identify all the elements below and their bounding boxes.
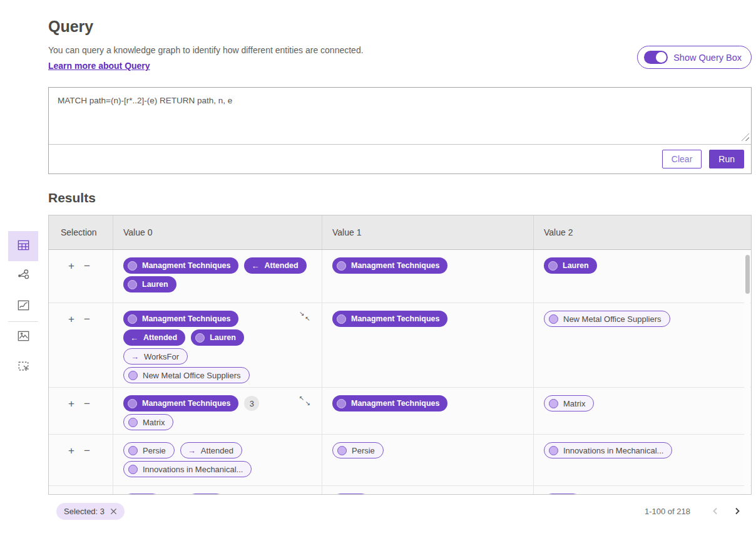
node-circle-icon [549,314,558,324]
arrow-right-icon: → [131,353,139,361]
pill-label: New Metal Office Suppliers [563,314,662,324]
scrollbar-thumb[interactable] [745,255,750,294]
vertical-scrollbar[interactable] [744,251,750,494]
map-view-button[interactable] [8,322,38,352]
node-pill[interactable]: Managment Techniques [123,395,238,411]
remove-from-selection-button[interactable]: − [84,396,90,412]
selection-cell: +− [49,486,113,494]
query-page: Query You can query a knowledge graph to… [0,0,756,533]
node-pill[interactable]: Lauren [191,329,244,346]
pill-label: Innovations in Mechanical... [563,446,663,455]
node-pill[interactable] [332,494,370,494]
node-pill[interactable]: New Metal Office Suppliers [123,367,250,383]
results-table: Selection Value 0 Value 1 Value 2 +−Mana… [48,215,752,495]
pill-line: Managment Techniques [332,257,524,274]
node-circle-icon [128,418,138,427]
node-pill[interactable]: Managment Techniques [332,311,447,327]
node-circle-icon [128,261,137,271]
pill-line: Managment Techniques←Attended [123,257,313,274]
node-pill[interactable]: Managment Techniques [332,257,447,274]
edge-pill[interactable]: →WorksFor [123,348,188,365]
count-badge[interactable]: 3 [244,396,259,411]
pill-line: Matrix [123,414,313,430]
add-to-selection-button[interactable]: + [68,311,74,328]
results-footer: Selected: 3 1-100 of 218 [48,502,752,520]
node-pill[interactable]: Persie [123,442,175,458]
pill-label: Lauren [563,261,589,270]
pill-line [123,494,313,494]
node-pill[interactable]: Matrix [123,414,173,430]
page-title: Query [48,18,752,36]
pill-line [544,494,742,494]
node-pill[interactable]: Lauren [544,257,597,274]
node-pill[interactable]: Managment Techniques [332,395,447,411]
edge-pill[interactable]: ←Attended [123,329,185,346]
pill-line: Lauren [123,276,313,292]
link-chart-view-button[interactable] [8,261,38,291]
show-query-box-toggle[interactable]: Show Query Box [637,46,752,69]
query-input[interactable]: MATCH path=(n)-[r*..2]-(e) RETURN path, … [49,88,751,145]
add-to-selection-button[interactable]: + [68,258,74,274]
edge-pill[interactable]: →Attended [180,442,242,458]
previous-page-button[interactable] [706,502,725,520]
remove-from-selection-button[interactable]: − [84,443,90,459]
pill-line: Managment Techniques [332,395,524,411]
table-row: +−Persie→AttendedInnovations in Mechanic… [49,435,751,486]
node-pill[interactable]: New Metal Office Suppliers [544,311,670,327]
node-pill[interactable]: Persie [332,442,384,458]
add-to-selection-button[interactable]: + [68,443,74,459]
pill-label: Lauren [210,333,236,342]
node-pill[interactable] [544,494,581,494]
arrow-icon: ↖ [299,395,304,401]
results-table-body: +−Managment Techniques←AttendedLaurenMan… [49,250,751,494]
run-button[interactable]: Run [709,150,744,168]
clear-selection-icon[interactable] [110,508,117,515]
pill-label: Managment Techniques [142,399,230,408]
main-content: Query You can query a knowledge graph to… [48,0,752,520]
clear-button[interactable]: Clear [662,150,702,168]
node-circle-icon [128,280,137,289]
add-to-selection-button[interactable]: + [68,396,74,412]
remove-from-selection-button[interactable]: − [84,311,90,328]
next-page-button[interactable] [728,502,747,520]
table-view-button[interactable] [8,231,38,261]
node-pill[interactable]: Lauren [123,276,176,292]
node-pill[interactable]: Innovations in Mechanical... [544,442,672,458]
pill-label: Attended [201,446,233,455]
value-cell [322,486,534,494]
map-line-view-button[interactable] [8,291,38,321]
node-pill[interactable] [123,494,161,494]
edge-pill[interactable]: ←Attended [244,257,306,274]
node-pill[interactable]: Managment Techniques [123,257,238,274]
value-cell [534,486,751,494]
node-pill[interactable]: Innovations in Mechanical... [123,461,252,477]
toggle-switch-icon[interactable] [644,51,668,64]
value-cell: Managment Techniques [322,250,534,303]
value-cell: Persie [322,435,534,485]
pill-label: Attended [264,261,298,270]
table-header-row: Selection Value 0 Value 1 Value 2 [49,215,751,250]
expand-row-icon[interactable]: ↖↘ [299,395,310,406]
pill-line: Innovations in Mechanical... [544,442,742,458]
pill-line: Managment Techniques3 [123,395,313,411]
selected-count-chip[interactable]: Selected: 3 [56,503,125,520]
node-pill[interactable] [187,494,225,494]
learn-more-link[interactable]: Learn more about Query [48,61,150,71]
node-circle-icon [128,314,137,324]
arrow-left-icon: ← [130,334,138,342]
node-pill[interactable]: Matrix [544,395,594,411]
node-circle-icon [337,261,346,271]
pill-label: Managment Techniques [351,314,439,323]
node-circle-icon [337,399,346,408]
pill-label: Persie [352,446,375,455]
remove-from-selection-button[interactable]: − [84,258,90,274]
node-circle-icon [549,399,558,408]
selection-tool-button[interactable] [8,352,38,382]
node-pill[interactable]: Managment Techniques [123,311,238,327]
view-switcher-sidebar [8,231,38,382]
value-cell: Managment Techniques [322,388,534,434]
collapse-row-icon[interactable]: ↘↖ [299,311,310,322]
pill-label: Managment Techniques [351,399,439,408]
selection-cell: +− [49,435,113,485]
node-circle-icon [548,261,558,271]
